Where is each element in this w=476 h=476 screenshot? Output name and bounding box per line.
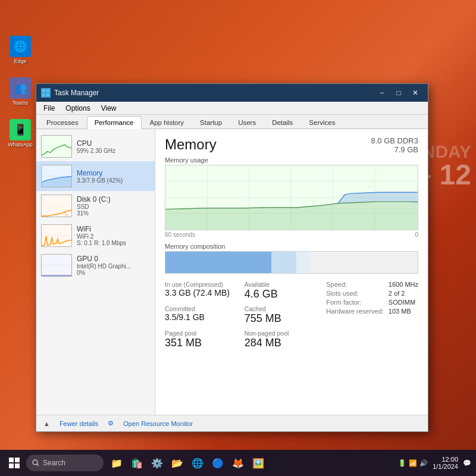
tab-services[interactable]: Services	[301, 116, 343, 129]
composition-label: Memory composition	[165, 243, 418, 250]
sidebar-item-wifi[interactable]: WiFi WiFi 2 S: 0.1 R: 1.0 Mbps	[36, 221, 155, 250]
memory-usage-chart	[165, 165, 418, 230]
minimize-button[interactable]: −	[374, 86, 390, 99]
gpu-name: GPU 0	[77, 255, 150, 263]
tab-users[interactable]: Users	[230, 116, 264, 129]
system-tray: 🔋 📶 🔊	[398, 459, 428, 467]
svg-rect-29	[9, 464, 14, 468]
battery-icon: 🔋	[398, 459, 406, 467]
content-area: CPU 59% 2.30 GHz M	[36, 129, 428, 415]
panel-header: Memory 8.0 GB DDR3 7.9 GB	[165, 136, 418, 154]
available-value: 4.6 GB	[245, 288, 317, 300]
tab-performance[interactable]: Performance	[87, 116, 142, 129]
tab-startup[interactable]: Startup	[192, 116, 230, 129]
chart-time-labels: 60 seconds 0	[165, 231, 418, 238]
time-right: 0	[415, 231, 418, 238]
paged-pool-label: Paged pool	[165, 330, 237, 337]
wifi-sub1: WiFi 2	[77, 233, 150, 240]
start-button[interactable]	[5, 453, 24, 472]
tab-processes[interactable]: Processes	[39, 116, 86, 129]
task-manager-window: Task Manager − □ ✕ File Options View Pro…	[36, 83, 428, 432]
wifi-mini-graph	[41, 224, 72, 247]
desktop-icon-whatsapp[interactable]: 📱 WhatsApp	[5, 119, 36, 148]
sidebar-item-disk[interactable]: Disk 0 (C:) SSD 31%	[36, 191, 155, 221]
stat-available: Available 4.6 GB	[245, 281, 317, 300]
system-clock[interactable]: 12:00 1/1/2024	[433, 456, 458, 470]
form-label: Form factor:	[326, 299, 384, 306]
wifi-icon: 📶	[409, 459, 417, 467]
taskbar-icon-store[interactable]: 🛍️	[129, 455, 145, 471]
taskbar-icon-photos[interactable]: 🖼️	[250, 455, 267, 471]
maximize-button[interactable]: □	[391, 86, 406, 99]
stats-area: In use (Compressed) 3.3 GB (72.4 MB) Ava…	[165, 281, 418, 349]
disk-name: Disk 0 (C:)	[77, 195, 150, 203]
sidebar-item-gpu[interactable]: GPU 0 Intel(R) HD Graphi... 0%	[36, 250, 155, 280]
edge-label: Edge	[14, 58, 26, 64]
cpu-info: CPU 59% 2.30 GHz	[77, 139, 150, 154]
stat-in-use: In use (Compressed) 3.3 GB (72.4 MB)	[165, 281, 237, 300]
taskbar-icon-chrome[interactable]: 🔵	[209, 455, 226, 471]
non-paged-pool-label: Non-paged pool	[245, 330, 317, 337]
taskbar: Search 📁 🛍️ ⚙️ 📂 🌐 🔵 🦊 🖼️ 🔋 📶 🔊 12:00 1/…	[0, 450, 476, 476]
sidebar-item-memory[interactable]: Memory 3.3/7.9 GB (42%)	[36, 161, 155, 191]
taskbar-icon-settings[interactable]: ⚙️	[149, 455, 165, 471]
svg-rect-1	[46, 89, 49, 92]
svg-line-32	[37, 464, 39, 466]
memory-name: Memory	[77, 169, 150, 177]
taskbar-icon-files[interactable]: 📂	[169, 455, 186, 471]
comp-standby	[296, 252, 309, 273]
svg-rect-30	[15, 464, 20, 468]
speed-label: Speed:	[326, 281, 384, 288]
taskbar-icon-explorer[interactable]: 📁	[108, 455, 125, 471]
in-use-value: 3.3 GB (72.4 MB)	[165, 288, 237, 298]
sidebar-item-cpu[interactable]: CPU 59% 2.30 GHz	[36, 131, 155, 161]
edge-icon: 🌐	[10, 36, 31, 57]
cpu-name: CPU	[77, 139, 150, 148]
memory-usage-label: Memory usage	[165, 156, 418, 164]
paged-pool-value: 351 MB	[165, 337, 237, 349]
menu-options[interactable]: Options	[61, 103, 95, 114]
slots-label: Slots used:	[326, 290, 384, 297]
committed-value: 3.5/9.1 GB	[165, 312, 237, 322]
desktop-icon-edge[interactable]: 🌐 Edge	[5, 36, 36, 64]
whatsapp-icon: 📱	[10, 119, 31, 140]
teams-label: Teams	[12, 100, 29, 106]
close-button[interactable]: ✕	[408, 86, 423, 99]
cpu-sub: 59% 2.30 GHz	[77, 148, 150, 154]
fewer-details-link[interactable]: Fewer details	[60, 420, 98, 427]
gpu-mini-graph	[41, 254, 72, 277]
monitor-icon: ⚙	[108, 419, 114, 427]
memory-info: Memory 3.3/7.9 GB (42%)	[77, 169, 150, 184]
memory-panel: Memory 8.0 GB DDR3 7.9 GB Memory usage	[155, 129, 428, 415]
wifi-info: WiFi WiFi 2 S: 0.1 R: 1.0 Mbps	[77, 225, 150, 246]
memory-sub: 3.3/7.9 GB (42%)	[77, 177, 150, 184]
stat-committed: Committed 3.5/9.1 GB	[165, 305, 237, 325]
disk-mini-graph	[41, 195, 72, 217]
desktop-icon-teams[interactable]: 👥 Teams	[5, 77, 36, 106]
clock-date: 1/1/2024	[433, 463, 458, 470]
non-paged-pool-value: 284 MB	[245, 337, 317, 349]
svg-point-31	[33, 460, 37, 465]
menu-file[interactable]: File	[39, 103, 60, 114]
cached-value: 755 MB	[245, 312, 317, 325]
composition-bar	[165, 251, 418, 274]
gpu-sub2: 0%	[77, 270, 150, 276]
available-label: Available	[245, 281, 317, 288]
cpu-mini-graph	[41, 135, 72, 158]
comp-modified	[271, 252, 296, 273]
open-resource-monitor-link[interactable]: Open Resource Monitor	[123, 420, 193, 427]
svg-rect-0	[42, 89, 45, 92]
task-manager-icon	[41, 88, 51, 98]
disk-info: Disk 0 (C:) SSD 31%	[77, 195, 150, 217]
taskbar-icon-edge-taskbar[interactable]: 🌐	[189, 455, 206, 471]
form-value: SODIMM	[389, 299, 418, 306]
memory-mini-graph	[41, 165, 72, 187]
panel-spec-area: 8.0 GB DDR3 7.9 GB	[371, 136, 418, 154]
notification-button[interactable]: 💬	[463, 459, 471, 467]
taskbar-search[interactable]: Search	[26, 455, 104, 471]
tab-details[interactable]: Details	[264, 116, 300, 129]
bottom-bar: ▲ Fewer details ⚙ Open Resource Monitor	[36, 415, 428, 431]
menu-view[interactable]: View	[96, 103, 121, 114]
tab-app-history[interactable]: App history	[142, 116, 192, 129]
taskbar-icon-firefox[interactable]: 🦊	[230, 455, 246, 471]
